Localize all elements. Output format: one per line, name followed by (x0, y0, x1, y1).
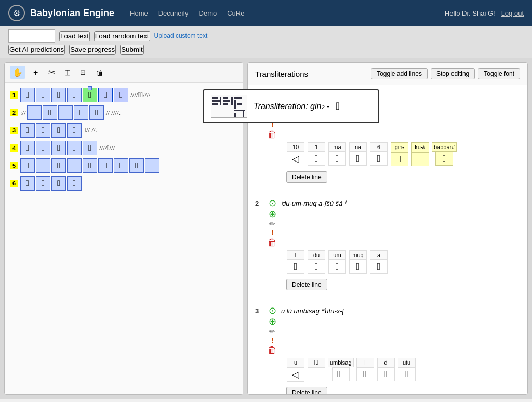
delete-line-2-button[interactable]: Delete line (286, 279, 327, 290)
sign-cuneiform[interactable]: 𒈾 (349, 152, 367, 166)
sign[interactable]: 𒌝 (114, 88, 128, 102)
toggle-font-button[interactable]: Toggle font (478, 68, 520, 79)
sign-cuneiform[interactable]: 𒐕 (356, 367, 374, 381)
line-3-add-btn[interactable]: ⊕ (269, 317, 276, 326)
line-3-delete-icon[interactable]: 🗑 (268, 345, 277, 355)
sign[interactable]: 𒀭 (51, 158, 66, 173)
sign[interactable]: 𒈾 (51, 88, 66, 102)
sign[interactable]: 𒀭 (67, 123, 82, 138)
sign[interactable]: 𒈾 (129, 158, 144, 173)
line-2-text: ᴵdu-um-muq a-[šú šá ᴵ (281, 199, 520, 207)
line-2-edit-btn[interactable]: ✏ (269, 220, 275, 227)
sign[interactable]: 𒌓 (67, 88, 82, 102)
sign[interactable]: 𒌓 (36, 141, 50, 155)
sign[interactable]: 𒌝 (67, 176, 82, 191)
logout-button[interactable]: Log out (501, 9, 524, 17)
get-ai-button[interactable]: Get AI predictions (8, 45, 65, 55)
sign[interactable]: 𒈠 (36, 88, 50, 102)
right-panel-header: Transliterations Toggle add lines Stop e… (248, 63, 527, 85)
tool-crop[interactable]: ⊡ (77, 67, 88, 78)
tool-merge[interactable]: ⌶ (63, 67, 72, 78)
sign-cuneiform[interactable]: 𒆳 (308, 260, 325, 274)
sign[interactable]: 𒂆 (83, 88, 97, 102)
line-3-edit-btn[interactable]: ✏ (269, 328, 275, 335)
sign[interactable]: 𒌓 (36, 158, 50, 173)
sign[interactable]: 𒀭 (51, 176, 66, 191)
delete-line-3-button[interactable]: Delete line (286, 387, 327, 394)
sign[interactable]: 𒌝 (51, 123, 66, 138)
sign-cuneiform[interactable]: 𒐕 (287, 260, 304, 274)
sign-cuneiform[interactable]: 𒀭𒀭 (332, 367, 350, 381)
sign[interactable]: 𒈠 (67, 141, 82, 155)
sign[interactable]: 𒀭 (20, 176, 35, 191)
sign[interactable]: 𒈠 (67, 158, 82, 173)
nav-home[interactable]: Home (130, 9, 148, 17)
sign-cuneiform[interactable]: 𒌝 (328, 260, 346, 274)
nav-demo[interactable]: Demo (199, 9, 217, 17)
text-input[interactable] (8, 29, 55, 43)
sign[interactable]: 𒀭 (27, 105, 42, 120)
sign[interactable]: 𒀭 (98, 158, 113, 173)
load-text-button[interactable]: Load text (59, 31, 90, 41)
sign[interactable]: 𒀭 (145, 158, 159, 173)
sign-cuneiform[interactable]: 𒌓 (435, 152, 453, 166)
sign[interactable]: 𒀭 (20, 158, 35, 173)
sign[interactable]: 𒆳 (83, 141, 97, 155)
svg-rect-1 (212, 100, 220, 102)
stop-editing-button[interactable]: Stop editing (431, 68, 475, 79)
toolbar-area: Load text Load random text Upload custom… (0, 26, 532, 58)
sign-cuneiform[interactable]: 𒂆 (391, 152, 408, 166)
tool-delete[interactable]: 🗑 (94, 67, 106, 78)
nav-cure[interactable]: CuRe (227, 9, 244, 17)
toolbar-line2: Get AI predictions Save progress Submit (8, 45, 524, 55)
sign[interactable]: 𒌓 (36, 176, 50, 191)
sign[interactable]: 𒆳 (74, 105, 88, 120)
sign-cuneiform[interactable]: 𒀭 (370, 260, 388, 274)
sign[interactable]: 𒆳 (98, 88, 113, 102)
row-number-1: 1 (10, 91, 18, 99)
line-3-warn-btn[interactable]: ! (271, 337, 274, 344)
submit-button[interactable]: Submit (120, 45, 143, 55)
line-2-add-btn[interactable]: ⊕ (269, 209, 276, 219)
nav-decuneify[interactable]: Decuneify (158, 9, 189, 17)
toggle-add-lines-button[interactable]: Toggle add lines (371, 68, 428, 79)
line-2-delete-icon[interactable]: 🗑 (268, 238, 277, 247)
right-panel-content: 1 ⊙ ⊕ ✏ ! 🗑 11 ma-na 6 gín kù-babbar [ 1… (248, 85, 527, 394)
sign-cuneiform[interactable]: ◁ (287, 367, 304, 382)
sign-cuneiform[interactable]: 𒐚 (370, 152, 388, 166)
sign[interactable]: 𒈠 (36, 123, 50, 138)
sign-cuneiform[interactable]: 𒀭 (377, 367, 395, 381)
line-2-warn-btn[interactable]: ! (271, 229, 274, 236)
sign[interactable]: 𒆳 (83, 158, 97, 173)
save-progress-button[interactable]: Save progress (69, 45, 116, 55)
line-2-navigate-btn[interactable]: ⊙ (269, 198, 276, 208)
tool-add[interactable]: + (31, 66, 41, 79)
sign[interactable]: 𒌝 (114, 158, 128, 173)
line-1-delete-icon[interactable]: 🗑 (268, 130, 277, 139)
sign[interactable]: 𒀭 (20, 88, 35, 102)
sign-cuneiform[interactable]: 𒌓 (398, 367, 416, 381)
delete-line-1-button[interactable]: Delete line (286, 171, 327, 183)
sign-cuneiform[interactable]: 𒀭 (308, 367, 325, 381)
upload-custom-button[interactable]: Upload custom text (154, 32, 208, 39)
sign-label: babbar# (432, 142, 457, 152)
sign-cell: l 𒐕 (356, 358, 375, 382)
sign-cuneiform[interactable]: 𒈬 (349, 260, 367, 274)
sign-cuneiform[interactable]: 𒆬 (411, 152, 429, 166)
line-3-text: u lú umbisag ᴵᵈutu-x-[ (281, 307, 520, 315)
sign-cuneiform[interactable]: 𒈠 (328, 152, 346, 166)
tool-cut[interactable]: ✂ (46, 66, 58, 79)
line-3-navigate-btn[interactable]: ⊙ (269, 306, 276, 315)
sign[interactable]: 𒈠 (58, 105, 73, 120)
sign[interactable]: 𒀭 (51, 141, 66, 155)
sign-cuneiform[interactable]: ◁ (287, 152, 304, 166)
tool-select[interactable]: ✋ (10, 66, 25, 79)
sign[interactable]: 𒀭 (89, 105, 104, 120)
sign[interactable]: 𒀭 (20, 123, 35, 138)
sign-cuneiform[interactable]: 𒐕 (308, 152, 325, 166)
editor-toolbar: ✋ + ✂ ⌶ ⊡ 🗑 (5, 63, 243, 83)
signs-row-4: 𒀭 𒌓 𒀭 𒈠 𒆳 (20, 141, 97, 155)
sign[interactable]: 𒀭 (20, 141, 35, 155)
sign[interactable]: 𒌓 (43, 105, 57, 120)
load-random-button[interactable]: Load random text (94, 31, 150, 41)
